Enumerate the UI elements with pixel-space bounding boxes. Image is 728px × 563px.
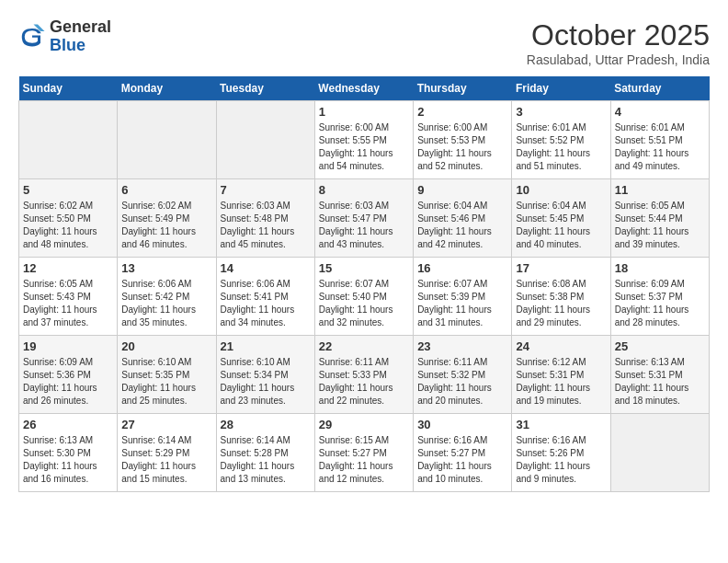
day-info: Sunrise: 6:11 AM Sunset: 5:32 PM Dayligh… [417, 356, 507, 408]
calendar-cell: 29Sunrise: 6:15 AM Sunset: 5:27 PM Dayli… [314, 414, 413, 492]
day-info: Sunrise: 6:04 AM Sunset: 5:46 PM Dayligh… [417, 200, 507, 251]
day-info: Sunrise: 6:09 AM Sunset: 5:36 PM Dayligh… [23, 356, 113, 408]
day-number: 9 [417, 183, 507, 197]
calendar-cell: 25Sunrise: 6:13 AM Sunset: 5:31 PM Dayli… [610, 336, 709, 414]
day-number: 4 [615, 105, 705, 119]
weekday-header-saturday: Saturday [610, 76, 709, 101]
calendar-cell [19, 101, 118, 179]
day-info: Sunrise: 6:05 AM Sunset: 5:43 PM Dayligh… [23, 278, 113, 329]
day-number: 14 [221, 261, 311, 275]
day-info: Sunrise: 6:02 AM Sunset: 5:49 PM Dayligh… [121, 200, 211, 251]
calendar-cell: 17Sunrise: 6:08 AM Sunset: 5:38 PM Dayli… [512, 258, 610, 336]
calendar-cell: 3Sunrise: 6:01 AM Sunset: 5:52 PM Daylig… [512, 101, 610, 179]
calendar-cell: 4Sunrise: 6:01 AM Sunset: 5:51 PM Daylig… [610, 101, 709, 179]
logo-icon [18, 23, 46, 51]
day-number: 30 [417, 418, 507, 431]
day-info: Sunrise: 6:16 AM Sunset: 5:26 PM Dayligh… [516, 434, 606, 486]
day-info: Sunrise: 6:07 AM Sunset: 5:39 PM Dayligh… [417, 278, 507, 329]
day-info: Sunrise: 6:10 AM Sunset: 5:34 PM Dayligh… [221, 356, 311, 408]
calendar-cell: 1Sunrise: 6:00 AM Sunset: 5:55 PM Daylig… [314, 101, 413, 179]
day-info: Sunrise: 6:01 AM Sunset: 5:51 PM Dayligh… [615, 121, 705, 173]
day-info: Sunrise: 6:07 AM Sunset: 5:40 PM Dayligh… [319, 278, 409, 329]
day-number: 5 [23, 183, 113, 197]
day-number: 13 [121, 261, 211, 275]
weekday-header-wednesday: Wednesday [314, 76, 413, 101]
week-row-4: 19Sunrise: 6:09 AM Sunset: 5:36 PM Dayli… [19, 336, 710, 414]
logo: General Blue [18, 18, 111, 55]
day-info: Sunrise: 6:09 AM Sunset: 5:37 PM Dayligh… [615, 278, 705, 329]
day-number: 10 [516, 183, 606, 197]
day-number: 27 [121, 418, 211, 431]
day-info: Sunrise: 6:13 AM Sunset: 5:30 PM Dayligh… [23, 434, 113, 486]
logo-blue: Blue [50, 37, 111, 55]
week-row-2: 5Sunrise: 6:02 AM Sunset: 5:50 PM Daylig… [19, 179, 710, 258]
day-number: 15 [319, 261, 409, 275]
calendar-cell: 15Sunrise: 6:07 AM Sunset: 5:40 PM Dayli… [314, 258, 413, 336]
day-number: 16 [417, 261, 507, 275]
calendar-cell [118, 101, 216, 179]
day-info: Sunrise: 6:12 AM Sunset: 5:31 PM Dayligh… [516, 356, 606, 408]
calendar-cell: 13Sunrise: 6:06 AM Sunset: 5:42 PM Dayli… [118, 258, 216, 336]
logo-general: General [50, 18, 111, 37]
day-info: Sunrise: 6:06 AM Sunset: 5:41 PM Dayligh… [221, 278, 311, 329]
calendar-cell: 26Sunrise: 6:13 AM Sunset: 5:30 PM Dayli… [19, 414, 118, 492]
calendar-cell: 31Sunrise: 6:16 AM Sunset: 5:26 PM Dayli… [512, 414, 610, 492]
calendar-cell: 12Sunrise: 6:05 AM Sunset: 5:43 PM Dayli… [19, 258, 118, 336]
day-info: Sunrise: 6:16 AM Sunset: 5:27 PM Dayligh… [417, 434, 507, 486]
day-number: 24 [516, 339, 606, 353]
day-info: Sunrise: 6:00 AM Sunset: 5:53 PM Dayligh… [417, 121, 507, 173]
day-number: 21 [221, 339, 311, 353]
day-number: 28 [221, 418, 311, 431]
day-number: 7 [221, 183, 311, 197]
calendar-cell: 24Sunrise: 6:12 AM Sunset: 5:31 PM Dayli… [512, 336, 610, 414]
calendar-cell: 5Sunrise: 6:02 AM Sunset: 5:50 PM Daylig… [19, 179, 118, 258]
day-number: 18 [615, 261, 705, 275]
calendar-cell: 22Sunrise: 6:11 AM Sunset: 5:33 PM Dayli… [314, 336, 413, 414]
day-number: 29 [319, 418, 409, 431]
day-number: 8 [319, 183, 409, 197]
day-info: Sunrise: 6:11 AM Sunset: 5:33 PM Dayligh… [319, 356, 409, 408]
calendar-cell: 11Sunrise: 6:05 AM Sunset: 5:44 PM Dayli… [610, 179, 709, 258]
calendar-cell [216, 101, 314, 179]
calendar-cell: 18Sunrise: 6:09 AM Sunset: 5:37 PM Dayli… [610, 258, 709, 336]
day-info: Sunrise: 6:10 AM Sunset: 5:35 PM Dayligh… [121, 356, 211, 408]
day-info: Sunrise: 6:15 AM Sunset: 5:27 PM Dayligh… [319, 434, 409, 486]
day-info: Sunrise: 6:00 AM Sunset: 5:55 PM Dayligh… [319, 121, 409, 173]
calendar-cell: 30Sunrise: 6:16 AM Sunset: 5:27 PM Dayli… [414, 414, 512, 492]
calendar-cell: 20Sunrise: 6:10 AM Sunset: 5:35 PM Dayli… [118, 336, 216, 414]
day-info: Sunrise: 6:02 AM Sunset: 5:50 PM Dayligh… [23, 200, 113, 251]
day-info: Sunrise: 6:06 AM Sunset: 5:42 PM Dayligh… [121, 278, 211, 329]
day-number: 11 [615, 183, 705, 197]
calendar-cell: 19Sunrise: 6:09 AM Sunset: 5:36 PM Dayli… [19, 336, 118, 414]
calendar-cell: 10Sunrise: 6:04 AM Sunset: 5:45 PM Dayli… [512, 179, 610, 258]
day-number: 17 [516, 261, 606, 275]
location: Rasulabad, Uttar Pradesh, India [527, 52, 710, 67]
weekday-header-row: SundayMondayTuesdayWednesdayThursdayFrid… [19, 76, 710, 101]
logo-text: General Blue [50, 18, 111, 55]
calendar-cell: 2Sunrise: 6:00 AM Sunset: 5:53 PM Daylig… [414, 101, 512, 179]
calendar-cell: 27Sunrise: 6:14 AM Sunset: 5:29 PM Dayli… [118, 414, 216, 492]
calendar-cell: 28Sunrise: 6:14 AM Sunset: 5:28 PM Dayli… [216, 414, 314, 492]
day-number: 3 [516, 105, 606, 119]
weekday-header-friday: Friday [512, 76, 610, 101]
weekday-header-monday: Monday [118, 76, 216, 101]
day-number: 22 [319, 339, 409, 353]
day-info: Sunrise: 6:03 AM Sunset: 5:48 PM Dayligh… [221, 200, 311, 251]
day-number: 31 [516, 418, 606, 431]
day-number: 12 [23, 261, 113, 275]
calendar-cell: 14Sunrise: 6:06 AM Sunset: 5:41 PM Dayli… [216, 258, 314, 336]
week-row-3: 12Sunrise: 6:05 AM Sunset: 5:43 PM Dayli… [19, 258, 710, 336]
calendar-cell: 21Sunrise: 6:10 AM Sunset: 5:34 PM Dayli… [216, 336, 314, 414]
page-header: General Blue October 2025 Rasulabad, Utt… [18, 18, 710, 67]
weekday-header-tuesday: Tuesday [216, 76, 314, 101]
day-info: Sunrise: 6:14 AM Sunset: 5:29 PM Dayligh… [121, 434, 211, 486]
week-row-5: 26Sunrise: 6:13 AM Sunset: 5:30 PM Dayli… [19, 414, 710, 492]
title-section: October 2025 Rasulabad, Uttar Pradesh, I… [527, 18, 710, 67]
day-info: Sunrise: 6:03 AM Sunset: 5:47 PM Dayligh… [319, 200, 409, 251]
week-row-1: 1Sunrise: 6:00 AM Sunset: 5:55 PM Daylig… [19, 101, 710, 179]
day-info: Sunrise: 6:01 AM Sunset: 5:52 PM Dayligh… [516, 121, 606, 173]
day-info: Sunrise: 6:13 AM Sunset: 5:31 PM Dayligh… [615, 356, 705, 408]
calendar-cell: 6Sunrise: 6:02 AM Sunset: 5:49 PM Daylig… [118, 179, 216, 258]
day-number: 2 [417, 105, 507, 119]
calendar-table: SundayMondayTuesdayWednesdayThursdayFrid… [18, 76, 710, 492]
